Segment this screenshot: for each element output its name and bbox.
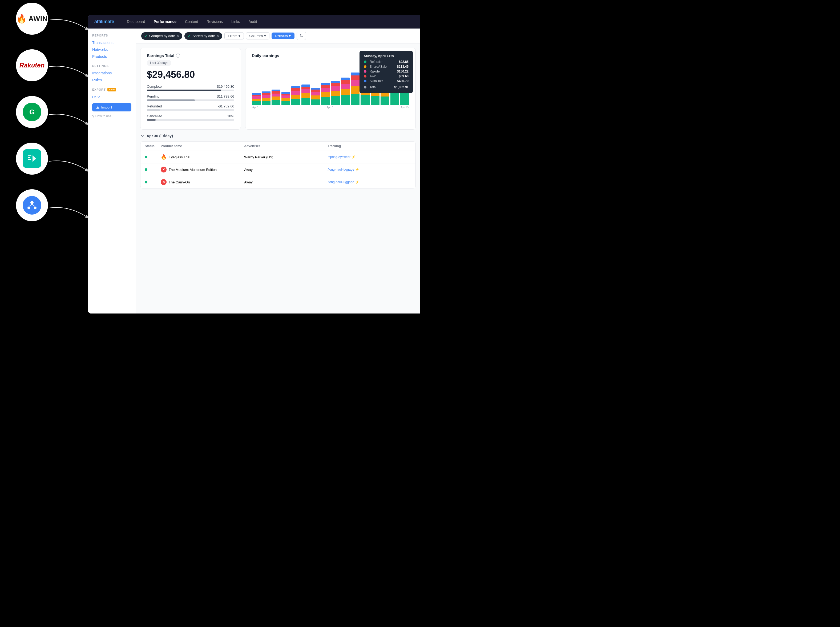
nav-revisions[interactable]: Revisions — [206, 19, 223, 24]
bar-segment — [351, 94, 360, 105]
settings-icon-button[interactable]: ⇅ — [297, 32, 306, 40]
settings-section-title: SETTINGS — [92, 64, 131, 68]
chart-tooltip: Sunday, April 11th Refersion $92.85 Shar… — [360, 50, 413, 93]
svg-rect-5 — [28, 159, 31, 160]
refunded-bar — [147, 109, 160, 111]
reports-section-title: REPORTS — [92, 34, 131, 37]
chevron-down-icon-2: ▾ — [264, 34, 266, 38]
arrow-1 — [47, 15, 94, 36]
product-name-1: Eyeglass Trial — [169, 155, 190, 159]
bar-segment — [272, 96, 280, 100]
bar-segment — [262, 101, 271, 105]
tracking-cell-1[interactable]: /spring-eyewear ⚡ — [328, 155, 411, 159]
rakuten-text: Rakuten — [19, 61, 45, 69]
tooltip-date: Sunday, April 11th — [364, 54, 409, 58]
bar-segment — [301, 85, 310, 87]
col-status: Status — [145, 144, 161, 148]
tooltip-refersion: Refersion $92.85 — [364, 60, 409, 64]
tooltip-awin: Awin $59.60 — [364, 74, 409, 78]
nav-dashboard[interactable]: Dashboard — [127, 19, 145, 24]
affilimate-logo-circle — [16, 189, 48, 221]
nav-audit[interactable]: Audit — [249, 19, 257, 24]
bar-segment — [351, 76, 360, 80]
bar-segment — [341, 80, 350, 84]
bar-group-0 — [252, 62, 261, 105]
bar-segment — [311, 95, 320, 99]
bar-segment — [331, 83, 340, 86]
sidebar-products[interactable]: Products — [92, 53, 131, 60]
complete-bar — [147, 90, 221, 91]
sidebar-networks[interactable]: Networks — [92, 46, 131, 53]
advertiser-cell-3: Away — [244, 180, 327, 184]
close-grouped-icon[interactable]: × — [177, 33, 179, 38]
sidebar-transactions[interactable]: Transactions — [92, 39, 131, 46]
product-icon-2: ✕ — [161, 167, 167, 172]
bar-group-3 — [282, 62, 290, 105]
bar-segment — [252, 101, 261, 105]
bar-segment — [351, 80, 360, 87]
bar-segment — [262, 95, 271, 98]
table-row: 🔥 Eyeglass Trial Warby Parker (US) /spri… — [140, 151, 415, 164]
bar-segment — [272, 94, 280, 96]
grouped-by-date-chip[interactable]: ✓ Grouped by date × — [141, 32, 182, 40]
top-nav: affilimate Dashboard Performance Content… — [88, 15, 420, 28]
chevron-down-icon: ▾ — [239, 34, 241, 38]
status-cell-2 — [145, 168, 161, 171]
pending-metric: Pending $11,788.66 — [147, 95, 234, 101]
bar-segment — [291, 91, 300, 95]
bar-segment — [321, 97, 330, 105]
sidebar-rules[interactable]: Rules — [92, 77, 131, 83]
bar-segment — [262, 93, 271, 95]
section-header: Apr 30 (Friday) — [140, 134, 416, 138]
status-cell-3 — [145, 181, 161, 183]
columns-button[interactable]: Columns ▾ — [246, 32, 269, 39]
earnings-title: Earnings Total i — [147, 53, 234, 58]
gj-logo-circle: G — [16, 96, 48, 128]
export-section-title: EXPORT NEW — [92, 88, 131, 91]
filters-button[interactable]: Filters ▾ — [224, 32, 244, 39]
svg-rect-3 — [28, 155, 31, 156]
presets-button[interactable]: Presets ▾ — [272, 33, 294, 39]
bar-segment — [341, 84, 350, 89]
sidebar-integrations[interactable]: Integrations — [92, 69, 131, 77]
tracking-cell-2[interactable]: /long-haul-luggage ⚡ — [328, 168, 411, 172]
bar-segment — [301, 98, 310, 105]
svg-line-11 — [29, 204, 32, 206]
sidebar-csv[interactable]: CSV — [92, 94, 131, 101]
bar-segment — [291, 95, 300, 99]
chevron-down-section-icon[interactable] — [140, 134, 145, 138]
transactions-section: Apr 30 (Friday) Status Product name Adve… — [136, 134, 420, 193]
svg-marker-6 — [33, 155, 36, 162]
sorted-by-date-chip[interactable]: ✓ Sorted by date × — [184, 32, 222, 40]
close-sorted-icon[interactable]: × — [217, 33, 219, 38]
status-dot-3 — [145, 181, 147, 183]
bar-group-9 — [341, 62, 350, 105]
x-label-apr1: Apr 1 — [252, 106, 259, 109]
bar-segment — [301, 93, 310, 98]
svg-point-9 — [27, 206, 30, 209]
import-icon — [96, 106, 100, 109]
gj-icon: G — [23, 102, 41, 121]
complete-metric: Complete $19,450.80 — [147, 85, 234, 91]
bar-group-5 — [301, 62, 310, 105]
how-to-use-link[interactable]: ? How to use — [92, 114, 131, 118]
info-icon[interactable]: i — [176, 54, 180, 58]
tooltip-rakuten: Rakuten $150.22 — [364, 69, 409, 73]
table-row: ✕ The Carry-On Away /long-haul-luggage ⚡ — [140, 176, 415, 188]
daily-earnings-panel: Daily earnings Sunday, April 11th Refers… — [245, 48, 416, 129]
nav-content[interactable]: Content — [185, 19, 198, 24]
nav-performance[interactable]: Performance — [154, 19, 177, 24]
bar-segment — [282, 95, 290, 98]
svg-point-10 — [34, 206, 36, 209]
col-product: Product name — [161, 144, 244, 148]
arrow-2 — [47, 61, 94, 83]
refersion-logo-circle — [16, 143, 48, 175]
import-button[interactable]: Import — [92, 103, 131, 112]
bar-group-4 — [291, 62, 300, 105]
transactions-table: Status Product name Advertiser Tracking … — [140, 141, 416, 189]
external-link-icon-3: ⚡ — [355, 180, 359, 184]
tracking-cell-3[interactable]: /long-haul-luggage ⚡ — [328, 180, 411, 184]
nav-links[interactable]: Links — [231, 19, 240, 24]
product-icon-3: ✕ — [161, 179, 167, 185]
status-dot-2 — [145, 168, 147, 171]
